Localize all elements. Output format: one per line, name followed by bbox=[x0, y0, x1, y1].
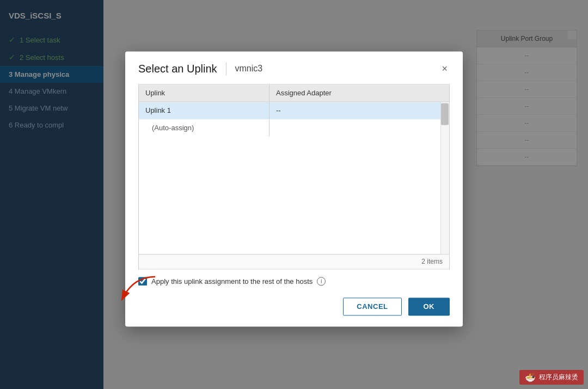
table-body: Uplink 1 -- (Auto-assign) bbox=[139, 102, 449, 254]
modal-subtitle: vmnic3 bbox=[235, 64, 263, 74]
watermark-text: 程序员麻辣烫 bbox=[539, 373, 578, 382]
modal-title: Select an Uplink bbox=[138, 63, 217, 75]
cell-auto-adapter bbox=[270, 119, 449, 136]
table-row-auto[interactable]: (Auto-assign) bbox=[139, 119, 449, 136]
watermark-icon: 🍜 bbox=[525, 372, 536, 382]
modal-body: Uplink Assigned Adapter Uplink 1 -- (Aut… bbox=[125, 84, 463, 291]
cell-auto-name: (Auto-assign) bbox=[139, 119, 270, 136]
modal-close-button[interactable]: × bbox=[439, 63, 450, 75]
uplink-table: Uplink Assigned Adapter Uplink 1 -- (Aut… bbox=[138, 84, 450, 269]
cell-uplink1-name: Uplink 1 bbox=[139, 102, 270, 119]
table-header-row: Uplink Assigned Adapter bbox=[139, 84, 449, 102]
watermark: 🍜 程序员麻辣烫 bbox=[519, 370, 584, 385]
checkbox-row: Apply this uplink assignment to the rest… bbox=[138, 269, 450, 291]
info-icon[interactable]: i bbox=[317, 277, 326, 285]
col-header-uplink: Uplink bbox=[139, 84, 270, 101]
ok-button[interactable]: OK bbox=[408, 297, 450, 315]
modal-footer: CANCEL OK bbox=[125, 291, 463, 326]
table-scrollbar-thumb[interactable] bbox=[441, 103, 449, 125]
cancel-button[interactable]: CANCEL bbox=[343, 297, 401, 315]
apply-uplink-label: Apply this uplink assignment to the rest… bbox=[151, 277, 313, 285]
col-header-adapter: Assigned Adapter bbox=[270, 84, 449, 101]
table-scrollbar-track[interactable] bbox=[440, 102, 449, 254]
cell-uplink1-adapter: -- bbox=[270, 102, 449, 119]
apply-uplink-checkbox[interactable] bbox=[138, 277, 147, 285]
select-uplink-modal: Select an Uplink vmnic3 × Uplink Assigne… bbox=[125, 51, 463, 326]
modal-header: Select an Uplink vmnic3 × bbox=[125, 51, 463, 84]
modal-header-divider bbox=[226, 62, 226, 75]
table-footer: 2 items bbox=[139, 254, 449, 269]
table-row-uplink1[interactable]: Uplink 1 -- bbox=[139, 102, 449, 119]
